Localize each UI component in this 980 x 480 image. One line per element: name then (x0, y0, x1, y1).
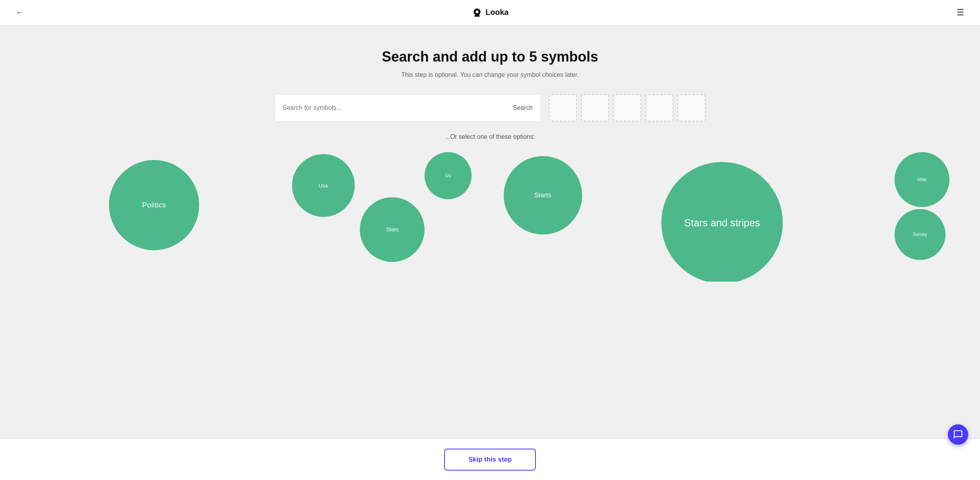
header: ← Looka ☰ (0, 0, 980, 25)
symbol-slot-3[interactable] (613, 94, 641, 122)
symbol-slot-1[interactable] (549, 94, 577, 122)
symbol-slot-2[interactable] (581, 94, 609, 122)
bubble-vote[interactable]: Vote (895, 152, 949, 207)
main-content: Search and add up to 5 symbols This step… (0, 25, 980, 480)
chat-widget[interactable] (948, 424, 968, 445)
bubble-starts[interactable]: Starts (504, 156, 582, 235)
page-title: Search and add up to 5 symbols (16, 49, 964, 65)
skip-button[interactable]: Skip this step (444, 449, 536, 471)
bubble-usa[interactable]: Usa (292, 154, 355, 217)
bubble-us[interactable]: Us (425, 152, 472, 199)
bubble-stars[interactable]: Stars (360, 197, 425, 262)
search-input[interactable] (283, 104, 513, 111)
logo-text: Looka (486, 8, 509, 17)
bubble-politics[interactable]: Politics (109, 160, 199, 250)
logo: Looka (472, 7, 509, 18)
page-subtitle: This step is optional. You can change yo… (16, 71, 964, 78)
or-select-label: ...Or select one of these options: (16, 133, 964, 140)
footer: Skip this step (0, 439, 980, 480)
symbol-slot-4[interactable] (645, 94, 673, 122)
logo-icon (472, 7, 483, 18)
symbol-slots (549, 94, 706, 122)
back-button[interactable]: ← (16, 8, 24, 17)
search-box: Search (274, 94, 541, 122)
search-button[interactable]: Search (513, 104, 533, 111)
chat-icon (953, 429, 963, 440)
bubble-stars-and-stripes[interactable]: Stars and stripes (661, 162, 783, 282)
menu-button[interactable]: ☰ (956, 8, 964, 17)
back-icon: ← (16, 8, 24, 17)
bubble-area: PoliticsUsaUsStarsStartsStars and stripe… (16, 148, 964, 282)
menu-icon: ☰ (956, 7, 964, 17)
bubble-survey[interactable]: Survey (895, 209, 946, 260)
search-row: Search (274, 94, 706, 122)
symbol-slot-5[interactable] (677, 94, 706, 122)
